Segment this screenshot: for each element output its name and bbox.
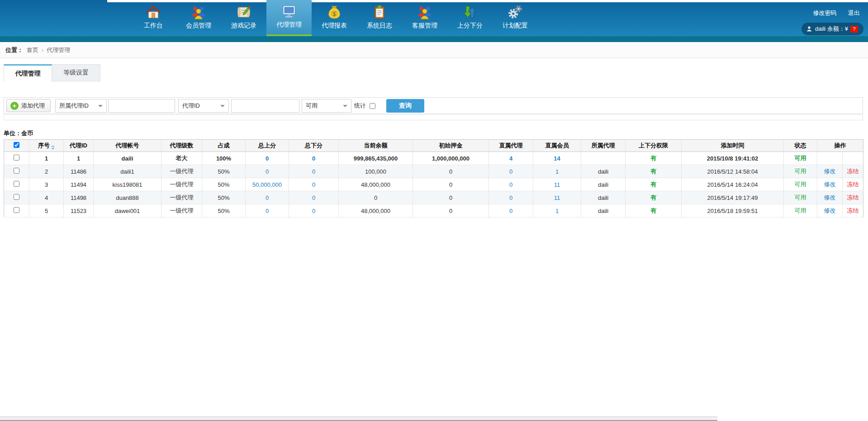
cell-direct-agents[interactable]: 0 [489,165,533,178]
nav-item-3[interactable]: 代理管理 [266,0,312,36]
row-checkbox[interactable] [14,168,19,174]
top-navbar: 工作台会员管理游戏记录代理管理$代理报表系统日志客服管理上分下分计划配置 修改密… [0,0,868,36]
cell-direct-agents[interactable]: 0 [489,191,533,204]
balance-badge[interactable]: ? [850,26,858,33]
cell-total-up[interactable]: 0 [246,204,289,218]
column-header[interactable]: 当前余额 [339,140,413,152]
filter-toolbar: + 添加代理 所属代理ID 代理ID 可用 统计 查询 [4,97,863,114]
table-row: 411498duan888一级代理50%0000011daili有2016/5/… [4,191,863,204]
cell-modify[interactable]: 修改 [817,178,843,191]
cell-total-down[interactable]: 0 [289,165,339,178]
cell-balance: 0 [339,191,413,204]
column-header[interactable]: 总下分 [289,140,339,152]
sort-icon[interactable] [51,145,55,150]
table-row: 511523dawei001一级代理50%0048,000,000001dail… [4,204,863,218]
main-nav: 工作台会员管理游戏记录代理管理$代理报表系统日志客服管理上分下分计划配置 [131,0,538,36]
cell-direct-agents[interactable]: 0 [489,178,533,191]
column-header[interactable]: 直属会员 [533,140,581,152]
status-select-value: 可用 [306,102,318,110]
nav-item-7[interactable]: 上分下分 [447,0,493,36]
parent-agent-input[interactable] [108,99,175,113]
cell-account: kiss198081 [94,178,161,191]
cell-agent-id: 11498 [64,191,94,204]
balance-text: daili 余额：¥ [815,25,848,33]
cell-direct-members[interactable]: 11 [533,191,581,204]
logout-link[interactable]: 退出 [848,9,860,16]
cell-added: 2016/5/14 16:24:04 [682,178,784,191]
nav-item-4[interactable]: $代理报表 [312,0,357,36]
cell-direct-agents[interactable]: 4 [489,152,533,165]
cell-total-up[interactable]: 50,000,000 [246,178,289,191]
cell-agent-id: 11494 [64,178,94,191]
column-header: 代理帐号 [94,140,161,152]
column-header[interactable]: 序号 [29,140,64,152]
cell-permission: 有 [626,165,682,178]
stats-checkbox[interactable] [370,103,375,109]
cell-direct-members[interactable]: 1 [533,204,581,218]
cell-total-up[interactable]: 0 [246,191,289,204]
agent-id-select[interactable]: 代理ID [178,99,229,113]
cell-total-down[interactable]: 0 [289,204,339,218]
horizontal-scrollbar[interactable] [0,416,717,421]
table-row: 11daili老大100%00999,865,435,0001,000,000,… [4,152,863,165]
select-all-checkbox[interactable] [14,142,19,148]
status-select[interactable]: 可用 [302,99,351,113]
cell-account: dawei001 [94,204,161,218]
tab-0[interactable]: 代理管理 [4,64,52,81]
cell-total-down[interactable]: 0 [289,191,339,204]
cell-deposit: 0 [413,178,489,191]
cell-status: 可用 [784,152,817,165]
row-checkbox[interactable] [14,181,19,187]
cell-no: 3 [29,178,64,191]
home-icon [146,5,161,20]
column-header[interactable]: 总上分 [246,140,289,152]
cell-total-down[interactable]: 0 [289,152,339,165]
nav-item-5[interactable]: 系统日志 [357,0,402,36]
cell-parent [581,152,626,165]
nav-item-label: 计划配置 [503,22,528,30]
cell-freeze[interactable]: 冻结 [843,191,863,204]
breadcrumb-home[interactable]: 首页 [27,47,38,53]
cell-permission: 有 [626,191,682,204]
cell-direct-members[interactable]: 14 [533,152,581,165]
table-row: 211486daili1一级代理50%00100,000001daili有201… [4,165,863,178]
plan-config-icon [508,5,523,20]
cell-direct-members[interactable]: 11 [533,178,581,191]
cell-modify[interactable]: 修改 [817,191,843,204]
nav-item-0[interactable]: 工作台 [131,0,176,36]
cell-parent: daili [581,165,626,178]
cell-added: 2015/10/8 19:41:02 [682,152,784,165]
nav-item-1[interactable]: 会员管理 [176,0,221,36]
cell-direct-agents[interactable]: 0 [489,204,533,218]
cell-total-down[interactable]: 0 [289,178,339,191]
nav-item-2[interactable]: 游戏记录 [221,0,266,36]
chevron-down-icon [220,105,225,107]
cell-total-up[interactable]: 0 [246,165,289,178]
search-button[interactable]: 查询 [386,99,424,113]
add-agent-button[interactable]: + 添加代理 [6,99,51,112]
column-header[interactable]: 直属代理 [489,140,533,152]
column-header[interactable]: 代理级数 [161,140,202,152]
cell-freeze[interactable]: 冻结 [843,178,863,191]
cell-freeze[interactable]: 冻结 [843,165,863,178]
cell-total-up[interactable]: 0 [246,152,289,165]
parent-agent-select[interactable]: 所属代理ID [55,99,107,113]
cell-balance: 100,000 [339,165,413,178]
row-checkbox[interactable] [14,194,19,200]
cell-parent: daili [581,178,626,191]
nav-item-8[interactable]: 计划配置 [493,0,538,36]
cell-freeze[interactable]: 冻结 [843,204,863,218]
nav-item-label: 上分下分 [457,22,483,30]
chevron-down-icon [98,105,103,107]
change-password-link[interactable]: 修改密码 [813,9,836,16]
cell-modify[interactable]: 修改 [817,165,843,178]
row-checkbox[interactable] [14,207,19,213]
cell-modify[interactable]: 修改 [817,204,843,218]
cell-share: 50% [202,204,246,218]
cell-direct-members[interactable]: 1 [533,165,581,178]
row-checkbox[interactable] [14,155,19,161]
nav-item-6[interactable]: 客服管理 [402,0,447,36]
tab-1[interactable]: 等级设置 [52,64,100,81]
agent-id-input[interactable] [231,99,299,113]
column-header: 添加时间 [682,140,784,152]
